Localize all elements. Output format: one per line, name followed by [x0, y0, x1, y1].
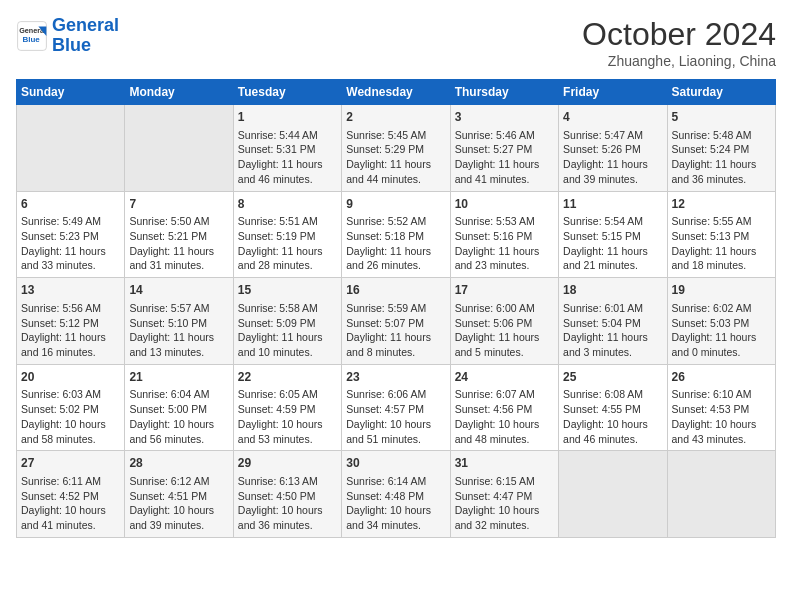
day-info: Sunset: 5:24 PM	[672, 142, 771, 157]
day-info: Daylight: 11 hours and 28 minutes.	[238, 244, 337, 273]
calendar-week-5: 27Sunrise: 6:11 AMSunset: 4:52 PMDayligh…	[17, 451, 776, 538]
day-number: 15	[238, 282, 337, 299]
day-info: Sunset: 5:16 PM	[455, 229, 554, 244]
day-info: Sunrise: 5:55 AM	[672, 214, 771, 229]
calendar-cell	[125, 105, 233, 192]
calendar-cell: 23Sunrise: 6:06 AMSunset: 4:57 PMDayligh…	[342, 364, 450, 451]
calendar-cell: 31Sunrise: 6:15 AMSunset: 4:47 PMDayligh…	[450, 451, 558, 538]
calendar-cell: 13Sunrise: 5:56 AMSunset: 5:12 PMDayligh…	[17, 278, 125, 365]
day-number: 8	[238, 196, 337, 213]
day-info: Sunrise: 6:08 AM	[563, 387, 662, 402]
day-info: Sunset: 4:51 PM	[129, 489, 228, 504]
calendar-cell: 9Sunrise: 5:52 AMSunset: 5:18 PMDaylight…	[342, 191, 450, 278]
weekday-header-saturday: Saturday	[667, 80, 775, 105]
day-info: Sunset: 4:56 PM	[455, 402, 554, 417]
day-info: Daylight: 10 hours and 41 minutes.	[21, 503, 120, 532]
day-number: 5	[672, 109, 771, 126]
day-info: Sunset: 5:04 PM	[563, 316, 662, 331]
day-info: Daylight: 10 hours and 39 minutes.	[129, 503, 228, 532]
day-info: Daylight: 11 hours and 5 minutes.	[455, 330, 554, 359]
day-number: 18	[563, 282, 662, 299]
day-number: 14	[129, 282, 228, 299]
calendar-week-4: 20Sunrise: 6:03 AMSunset: 5:02 PMDayligh…	[17, 364, 776, 451]
day-info: Sunset: 4:50 PM	[238, 489, 337, 504]
day-info: Sunset: 4:55 PM	[563, 402, 662, 417]
day-number: 1	[238, 109, 337, 126]
calendar-cell: 15Sunrise: 5:58 AMSunset: 5:09 PMDayligh…	[233, 278, 341, 365]
day-info: Sunrise: 5:47 AM	[563, 128, 662, 143]
day-number: 13	[21, 282, 120, 299]
day-info: Sunrise: 5:54 AM	[563, 214, 662, 229]
day-info: Sunrise: 6:11 AM	[21, 474, 120, 489]
calendar-cell: 7Sunrise: 5:50 AMSunset: 5:21 PMDaylight…	[125, 191, 233, 278]
svg-text:Blue: Blue	[22, 34, 40, 43]
day-info: Sunrise: 5:44 AM	[238, 128, 337, 143]
weekday-header-sunday: Sunday	[17, 80, 125, 105]
calendar-cell: 4Sunrise: 5:47 AMSunset: 5:26 PMDaylight…	[559, 105, 667, 192]
day-info: Sunset: 5:26 PM	[563, 142, 662, 157]
calendar-week-3: 13Sunrise: 5:56 AMSunset: 5:12 PMDayligh…	[17, 278, 776, 365]
weekday-header-friday: Friday	[559, 80, 667, 105]
day-number: 21	[129, 369, 228, 386]
day-info: Sunrise: 6:06 AM	[346, 387, 445, 402]
day-number: 27	[21, 455, 120, 472]
day-info: Daylight: 10 hours and 34 minutes.	[346, 503, 445, 532]
day-info: Sunset: 5:03 PM	[672, 316, 771, 331]
day-info: Sunrise: 6:05 AM	[238, 387, 337, 402]
logo: General Blue General Blue	[16, 16, 119, 56]
day-info: Sunrise: 5:50 AM	[129, 214, 228, 229]
day-info: Daylight: 11 hours and 8 minutes.	[346, 330, 445, 359]
calendar-cell: 18Sunrise: 6:01 AMSunset: 5:04 PMDayligh…	[559, 278, 667, 365]
weekday-header-thursday: Thursday	[450, 80, 558, 105]
day-info: Sunrise: 5:49 AM	[21, 214, 120, 229]
page-header: General Blue General Blue October 2024 Z…	[16, 16, 776, 69]
location-subtitle: Zhuanghe, Liaoning, China	[582, 53, 776, 69]
day-info: Sunrise: 6:13 AM	[238, 474, 337, 489]
calendar-cell: 10Sunrise: 5:53 AMSunset: 5:16 PMDayligh…	[450, 191, 558, 278]
day-info: Sunrise: 6:02 AM	[672, 301, 771, 316]
day-number: 26	[672, 369, 771, 386]
day-info: Sunset: 5:29 PM	[346, 142, 445, 157]
day-number: 20	[21, 369, 120, 386]
day-info: Sunset: 5:09 PM	[238, 316, 337, 331]
day-info: Daylight: 11 hours and 13 minutes.	[129, 330, 228, 359]
day-info: Daylight: 11 hours and 26 minutes.	[346, 244, 445, 273]
day-info: Sunset: 5:02 PM	[21, 402, 120, 417]
day-info: Daylight: 10 hours and 58 minutes.	[21, 417, 120, 446]
day-number: 16	[346, 282, 445, 299]
day-info: Daylight: 11 hours and 44 minutes.	[346, 157, 445, 186]
day-info: Daylight: 10 hours and 43 minutes.	[672, 417, 771, 446]
day-info: Sunset: 4:59 PM	[238, 402, 337, 417]
calendar-cell: 12Sunrise: 5:55 AMSunset: 5:13 PMDayligh…	[667, 191, 775, 278]
weekday-header-monday: Monday	[125, 80, 233, 105]
day-info: Sunrise: 5:53 AM	[455, 214, 554, 229]
day-number: 17	[455, 282, 554, 299]
day-info: Daylight: 10 hours and 53 minutes.	[238, 417, 337, 446]
day-info: Daylight: 10 hours and 36 minutes.	[238, 503, 337, 532]
day-number: 10	[455, 196, 554, 213]
calendar-cell: 24Sunrise: 6:07 AMSunset: 4:56 PMDayligh…	[450, 364, 558, 451]
calendar-cell: 3Sunrise: 5:46 AMSunset: 5:27 PMDaylight…	[450, 105, 558, 192]
title-block: October 2024 Zhuanghe, Liaoning, China	[582, 16, 776, 69]
day-info: Daylight: 11 hours and 21 minutes.	[563, 244, 662, 273]
calendar-cell: 28Sunrise: 6:12 AMSunset: 4:51 PMDayligh…	[125, 451, 233, 538]
day-info: Daylight: 10 hours and 46 minutes.	[563, 417, 662, 446]
day-info: Daylight: 10 hours and 51 minutes.	[346, 417, 445, 446]
calendar-week-1: 1Sunrise: 5:44 AMSunset: 5:31 PMDaylight…	[17, 105, 776, 192]
day-info: Daylight: 10 hours and 48 minutes.	[455, 417, 554, 446]
calendar-cell: 1Sunrise: 5:44 AMSunset: 5:31 PMDaylight…	[233, 105, 341, 192]
day-info: Daylight: 11 hours and 23 minutes.	[455, 244, 554, 273]
day-info: Daylight: 11 hours and 16 minutes.	[21, 330, 120, 359]
calendar-cell: 17Sunrise: 6:00 AMSunset: 5:06 PMDayligh…	[450, 278, 558, 365]
logo-text: General Blue	[52, 16, 119, 56]
day-info: Sunrise: 6:12 AM	[129, 474, 228, 489]
calendar-cell: 25Sunrise: 6:08 AMSunset: 4:55 PMDayligh…	[559, 364, 667, 451]
day-number: 22	[238, 369, 337, 386]
day-info: Sunrise: 5:48 AM	[672, 128, 771, 143]
day-info: Sunset: 5:06 PM	[455, 316, 554, 331]
calendar-week-2: 6Sunrise: 5:49 AMSunset: 5:23 PMDaylight…	[17, 191, 776, 278]
calendar-cell: 14Sunrise: 5:57 AMSunset: 5:10 PMDayligh…	[125, 278, 233, 365]
day-info: Sunset: 5:13 PM	[672, 229, 771, 244]
day-info: Sunrise: 6:03 AM	[21, 387, 120, 402]
day-info: Sunset: 5:23 PM	[21, 229, 120, 244]
